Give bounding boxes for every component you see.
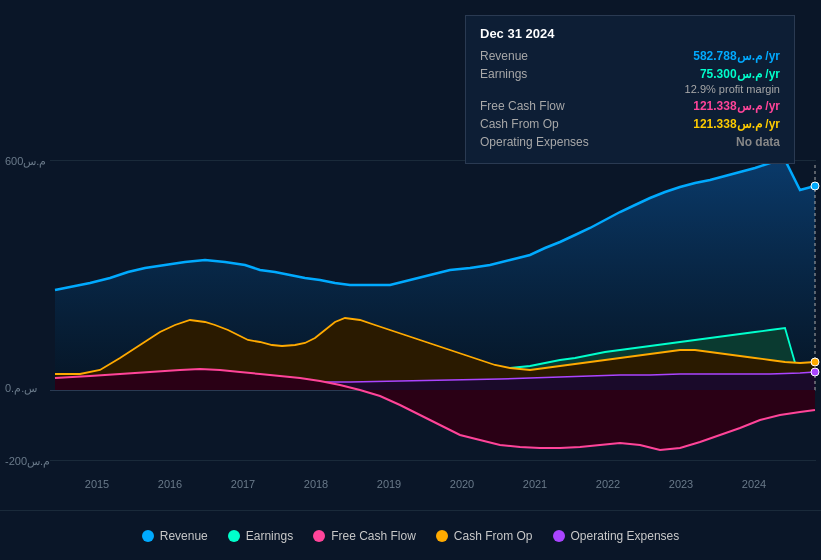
legend-label-earnings: Earnings [246, 529, 293, 543]
legend-item-revenue[interactable]: Revenue [142, 529, 208, 543]
tooltip-card: Dec 31 2024 Revenue 582.788م.س /yr Earni… [465, 15, 795, 164]
tooltip-cashfromop-value: 121.338م.س /yr [693, 117, 780, 131]
legend-dot-cashfromop [436, 530, 448, 542]
legend-label-revenue: Revenue [160, 529, 208, 543]
legend-dot-revenue [142, 530, 154, 542]
tooltip-profit-margin: 12.9% profit margin [480, 83, 780, 95]
legend-dot-opex [553, 530, 565, 542]
tooltip-revenue-value: 582.788م.س /yr [693, 49, 780, 63]
tooltip-opex-row: Operating Expenses No data [480, 135, 780, 149]
tooltip-fcf-value: 121.338م.س /yr [693, 99, 780, 113]
legend-item-cashfromop[interactable]: Cash From Op [436, 529, 533, 543]
legend-dot-earnings [228, 530, 240, 542]
tooltip-fcf-label: Free Cash Flow [480, 99, 600, 113]
tooltip-fcf-row: Free Cash Flow 121.338م.س /yr [480, 99, 780, 113]
legend-item-earnings[interactable]: Earnings [228, 529, 293, 543]
legend-label-fcf: Free Cash Flow [331, 529, 416, 543]
legend-label-cashfromop: Cash From Op [454, 529, 533, 543]
svg-point-1 [811, 182, 819, 190]
tooltip-revenue-label: Revenue [480, 49, 600, 63]
svg-point-2 [811, 358, 819, 366]
legend-item-fcf[interactable]: Free Cash Flow [313, 529, 416, 543]
tooltip-earnings-row: Earnings 75.300م.س /yr [480, 67, 780, 81]
tooltip-cashfromop-label: Cash From Op [480, 117, 600, 131]
svg-point-3 [811, 368, 819, 376]
tooltip-date: Dec 31 2024 [480, 26, 780, 41]
legend-dot-fcf [313, 530, 325, 542]
tooltip-earnings-value: 75.300م.س /yr [700, 67, 780, 81]
tooltip-cashfromop-row: Cash From Op 121.338م.س /yr [480, 117, 780, 131]
tooltip-opex-label: Operating Expenses [480, 135, 600, 149]
tooltip-opex-value: No data [736, 135, 780, 149]
legend-label-opex: Operating Expenses [571, 529, 680, 543]
legend: Revenue Earnings Free Cash Flow Cash Fro… [0, 510, 821, 560]
legend-item-opex[interactable]: Operating Expenses [553, 529, 680, 543]
tooltip-earnings-label: Earnings [480, 67, 600, 81]
tooltip-revenue-row: Revenue 582.788م.س /yr [480, 49, 780, 63]
